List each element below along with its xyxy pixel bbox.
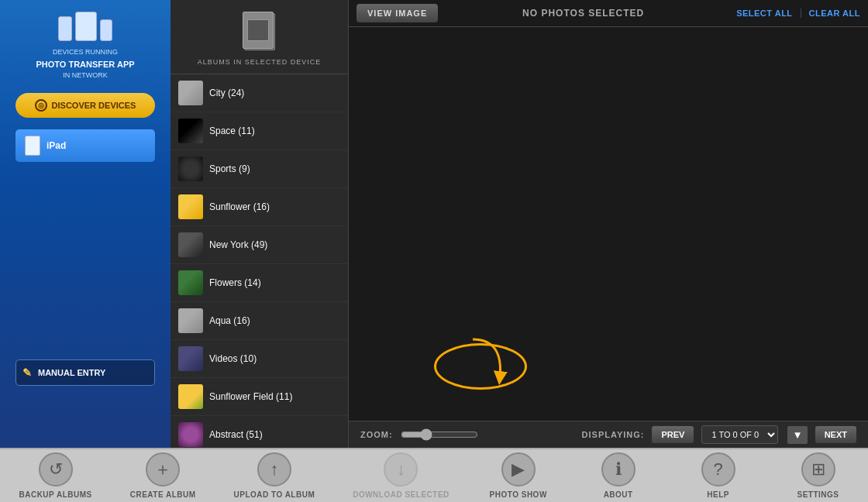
download-label: DOWNLOAD SELECTED xyxy=(353,490,450,499)
toolbar-settings-button[interactable]: ⊞ SETTINGS xyxy=(787,452,849,499)
settings-label: SETTINGS xyxy=(797,490,839,499)
displaying-label: DISPLAYING: xyxy=(582,430,645,439)
zoom-slider[interactable] xyxy=(401,428,478,441)
album-list-item[interactable]: Sunflower Field (11) xyxy=(170,378,348,416)
album-list-item[interactable]: Space (11) xyxy=(170,112,348,150)
album-name: Aqua (16) xyxy=(209,315,250,326)
toolbar-download-button: ↓ DOWNLOAD SELECTED xyxy=(353,452,450,499)
toolbar-create-button[interactable]: ＋ CREATE ALBUM xyxy=(130,452,196,499)
album-thumb xyxy=(178,346,203,371)
album-list-item[interactable]: New York (49) xyxy=(170,226,348,264)
album-thumb xyxy=(178,194,203,219)
album-list-item[interactable]: Aqua (16) xyxy=(170,302,348,340)
album-list-item[interactable]: Videos (10) xyxy=(170,340,348,378)
backup-icon: ↺ xyxy=(39,452,73,487)
sidebar-bottom: ✎ MANUAL ENTRY xyxy=(8,432,163,436)
content-area xyxy=(349,27,868,421)
create-icon: ＋ xyxy=(146,452,180,487)
select-all-button[interactable]: SELECT ALL xyxy=(728,9,801,18)
backup-label: BACKUP ALBUMS xyxy=(19,490,91,499)
toolbar-upload-button[interactable]: ↑ UPLOAD TO ALBUM xyxy=(234,452,315,499)
album-name: Sunflower Field (11) xyxy=(209,391,292,402)
clear-all-button[interactable]: CLEAR ALL xyxy=(801,9,868,18)
ipad-icon xyxy=(25,136,40,156)
selection-circle xyxy=(434,343,527,390)
sidebar: DEVICES RUNNING PHOTO TRANSFER APP IN NE… xyxy=(0,0,170,448)
album-panel-header: ALBUMS IN SELECTED DEVICE xyxy=(170,0,348,74)
manual-entry-button[interactable]: ✎ MANUAL ENTRY xyxy=(16,359,155,386)
no-photos-status: NO PHOTOS SELECTED xyxy=(438,8,728,19)
toolbar-photoshow-button[interactable]: ▶ PHOTO SHOW xyxy=(487,452,549,499)
arrow-icon xyxy=(457,335,519,397)
search-icon: ◎ xyxy=(35,99,47,112)
album-name: City (24) xyxy=(209,88,244,98)
app-container: DEVICES RUNNING PHOTO TRANSFER APP IN NE… xyxy=(0,0,868,502)
next-button[interactable]: NEXT xyxy=(815,426,856,443)
create-label: CREATE ALBUM xyxy=(130,490,196,499)
prev-button[interactable]: PREV xyxy=(652,426,694,443)
album-list[interactable]: City (24) Space (11) Sports (9) Sunflowe… xyxy=(170,74,348,448)
top-bar: VIEW IMAGE NO PHOTOS SELECTED SELECT ALL… xyxy=(349,0,868,27)
album-thumb xyxy=(178,384,203,409)
page-select[interactable]: 1 TO 0 OF 0 xyxy=(701,425,778,444)
album-stack-icon xyxy=(240,12,279,54)
photoshow-label: PHOTO SHOW xyxy=(490,490,547,499)
album-list-item[interactable]: Flowers (14) xyxy=(170,264,348,302)
album-thumb xyxy=(178,308,203,333)
album-thumb xyxy=(178,422,203,447)
album-name: Videos (10) xyxy=(209,353,257,364)
album-name: New York (49) xyxy=(209,239,267,250)
main-area: DEVICES RUNNING PHOTO TRANSFER APP IN NE… xyxy=(0,0,868,448)
ipad-device-item[interactable]: iPad xyxy=(16,129,155,162)
bottom-toolbar: ↺ BACKUP ALBUMS ＋ CREATE ALBUM ↑ UPLOAD … xyxy=(0,448,868,502)
help-icon: ? xyxy=(701,452,735,487)
album-name: Sunflower (16) xyxy=(209,201,270,212)
album-list-item[interactable]: Abstract (51) xyxy=(170,416,348,448)
sidebar-title: DEVICES RUNNING PHOTO TRANSFER APP IN NE… xyxy=(36,47,134,81)
album-thumb xyxy=(178,119,203,143)
album-panel: ALBUMS IN SELECTED DEVICE City (24) Spac… xyxy=(170,0,349,448)
help-label: HELP xyxy=(707,490,729,499)
album-name: Space (11) xyxy=(209,126,255,136)
photoshow-icon: ▶ xyxy=(501,452,536,487)
about-label: ABOUT xyxy=(604,490,633,499)
upload-label: UPLOAD TO ALBUM xyxy=(234,490,315,499)
album-thumb xyxy=(178,232,203,257)
view-image-button[interactable]: VIEW IMAGE xyxy=(356,4,438,22)
toolbar-backup-button[interactable]: ↺ BACKUP ALBUMS xyxy=(19,452,91,499)
album-list-item[interactable]: Sports (9) xyxy=(170,150,348,188)
zoom-label: ZOOM: xyxy=(360,430,393,439)
upload-icon: ↑ xyxy=(257,452,291,487)
album-list-item[interactable]: City (24) xyxy=(170,74,348,112)
about-icon: ℹ xyxy=(601,452,636,487)
right-panel: VIEW IMAGE NO PHOTOS SELECTED SELECT ALL… xyxy=(349,0,868,448)
album-thumb xyxy=(178,156,203,181)
toolbar-help-button[interactable]: ? HELP xyxy=(687,452,749,499)
toolbar-about-button[interactable]: ℹ ABOUT xyxy=(587,452,649,499)
settings-icon: ⊞ xyxy=(801,452,835,487)
album-name: Abstract (51) xyxy=(209,429,263,440)
album-thumb xyxy=(178,270,203,295)
album-name: Sports (9) xyxy=(209,163,250,174)
album-name: Flowers (14) xyxy=(209,277,261,288)
album-list-item[interactable]: Sunflower (16) xyxy=(170,188,348,226)
album-panel-header-text: ALBUMS IN SELECTED DEVICE xyxy=(198,58,322,66)
edit-icon: ✎ xyxy=(22,366,32,379)
devices-icon xyxy=(58,12,112,41)
album-thumb xyxy=(178,81,203,105)
page-dropdown-button[interactable]: ▼ xyxy=(787,426,807,444)
discover-devices-button[interactable]: ◎ DISCOVER DEVICES xyxy=(16,93,155,118)
zoom-bar: ZOOM: DISPLAYING: PREV 1 TO 0 OF 0 ▼ NEX… xyxy=(349,421,868,448)
download-icon: ↓ xyxy=(384,452,418,487)
